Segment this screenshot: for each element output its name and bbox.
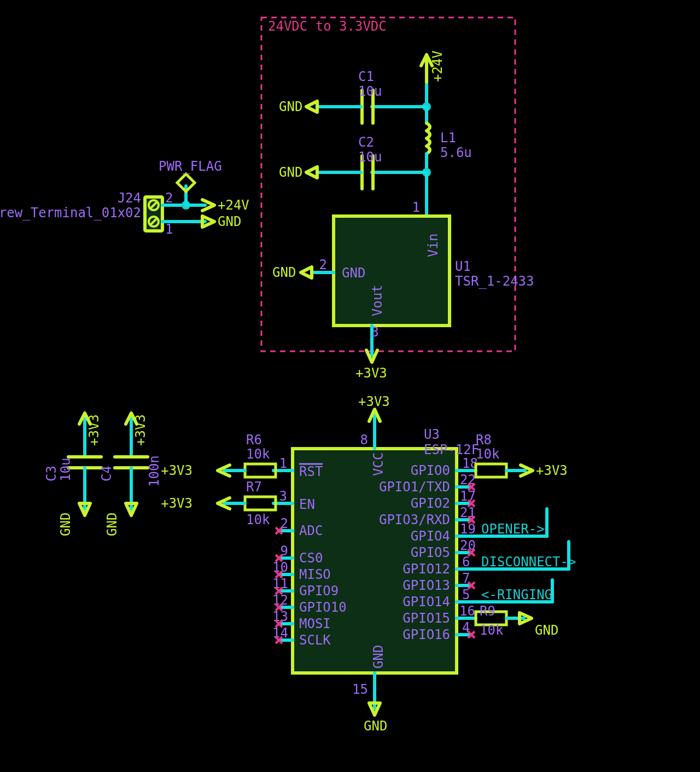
svg-text:GND: GND <box>342 265 365 281</box>
svg-text:GND: GND <box>218 214 241 229</box>
svg-text:16: 16 <box>459 603 475 619</box>
svg-text:6: 6 <box>462 554 470 570</box>
svg-text:GPIO0: GPIO0 <box>411 463 450 478</box>
svg-text:EN: EN <box>299 497 315 512</box>
conn-j24: J24 Screw_Terminal_01x02 2 +24V 1 GND PW… <box>0 159 249 237</box>
svg-text:10k: 10k <box>246 512 270 527</box>
svg-text:10u: 10u <box>358 84 382 99</box>
svg-text:GPIO13: GPIO13 <box>402 578 450 593</box>
svg-text:+3V3: +3V3 <box>133 414 148 446</box>
svg-text:+3V3: +3V3 <box>86 414 102 446</box>
svg-text:R8: R8 <box>476 432 492 448</box>
svg-text:2: 2 <box>319 257 327 272</box>
svg-text:15: 15 <box>352 682 368 697</box>
svg-text:GPIO14: GPIO14 <box>402 594 450 610</box>
ind-l1: L1 5.6u <box>422 107 472 177</box>
svg-text:U1: U1 <box>455 259 471 274</box>
svg-text:2: 2 <box>165 190 173 206</box>
svg-text:C1: C1 <box>358 69 374 84</box>
svg-text:10u: 10u <box>58 458 73 481</box>
decoupling-caps: +3V3 GND C3 10u +3V3 GND C4 100n <box>44 413 162 536</box>
svg-text:OPENER->: OPENER-> <box>481 521 545 537</box>
svg-text:L1: L1 <box>440 130 456 146</box>
svg-text:DISCONNECT->: DISCONNECT-> <box>481 554 576 570</box>
svg-text:GND: GND <box>371 645 386 669</box>
svg-text:TSR_1-2433: TSR_1-2433 <box>455 274 534 289</box>
svg-text:GPIO12: GPIO12 <box>402 561 450 577</box>
reg-u1: Vin Vout GND U1 TSR_1-2433 2 GND 3 +3V3 <box>272 216 534 381</box>
svg-text:SCLK: SCLK <box>299 632 331 648</box>
svg-text:GND: GND <box>535 623 558 638</box>
svg-text:+3V3: +3V3 <box>358 394 390 409</box>
section-title: 24VDC to 3.3VDC <box>268 19 387 34</box>
svg-text:10k: 10k <box>480 623 504 638</box>
svg-text:R7: R7 <box>246 479 262 495</box>
svg-text:GPIO1/TXD: GPIO1/TXD <box>379 479 450 495</box>
svg-text:GPIO10: GPIO10 <box>299 600 347 615</box>
svg-text:C4: C4 <box>99 466 114 481</box>
svg-text:<-RINGING: <-RINGING <box>481 587 552 602</box>
svg-text:GPIO9: GPIO9 <box>299 583 339 599</box>
cap-c1: GND C1 10u <box>279 69 431 123</box>
svg-text:GPIO3/RXD: GPIO3/RXD <box>379 512 450 527</box>
svg-text:MOSI: MOSI <box>299 616 331 631</box>
svg-text:GPIO2: GPIO2 <box>411 496 450 511</box>
svg-text:+24V: +24V <box>430 50 445 82</box>
svg-rect-93 <box>245 497 276 510</box>
svg-rect-85 <box>245 464 276 477</box>
svg-text:+3V3: +3V3 <box>536 463 568 478</box>
svg-text:+3V3: +3V3 <box>161 463 192 478</box>
svg-text:10k: 10k <box>476 446 500 462</box>
svg-text:1: 1 <box>412 200 420 215</box>
net-24v-top: +24V <box>421 50 445 85</box>
svg-text:5: 5 <box>462 587 470 602</box>
schematic: 24VDC to 3.3VDC +24V GND C1 10u L1 5.6u … <box>0 0 700 772</box>
svg-text:C2: C2 <box>358 135 374 150</box>
svg-text:ESP-12F: ESP-12F <box>424 442 479 457</box>
svg-text:5.6u: 5.6u <box>440 145 472 160</box>
svg-text:8: 8 <box>360 432 368 448</box>
svg-rect-136 <box>476 464 506 477</box>
svg-text:GND: GND <box>364 718 387 734</box>
svg-text:19: 19 <box>460 521 476 537</box>
svg-text:Vout: Vout <box>370 285 385 316</box>
svg-text:GND: GND <box>279 165 302 180</box>
svg-text:C3: C3 <box>44 466 59 481</box>
svg-text:J24: J24 <box>118 190 141 206</box>
svg-text:PWR_FLAG: PWR_FLAG <box>159 159 222 174</box>
svg-text:CS0: CS0 <box>299 550 323 566</box>
svg-text:R6: R6 <box>246 432 262 448</box>
svg-text:10k: 10k <box>246 446 270 462</box>
ic-u3: U3 ESP-12F +3V3 VCC 8 GND GND 15 1 RST +… <box>161 394 576 734</box>
svg-text:1: 1 <box>279 456 287 471</box>
svg-text:+24V: +24V <box>218 198 249 213</box>
svg-text:U3: U3 <box>424 427 440 442</box>
cap-c2: GND C2 10u <box>279 135 427 189</box>
svg-text:R9: R9 <box>480 603 495 619</box>
svg-text:GPIO4: GPIO4 <box>411 529 450 544</box>
svg-text:+3V3: +3V3 <box>161 496 192 511</box>
svg-text:GND: GND <box>279 99 302 114</box>
svg-text:VCC: VCC <box>371 452 386 476</box>
svg-text:RST: RST <box>299 464 323 479</box>
svg-text:MISO: MISO <box>299 567 331 582</box>
svg-text:+3V3: +3V3 <box>355 365 387 381</box>
svg-text:GPIO16: GPIO16 <box>402 627 450 642</box>
svg-text:ADC: ADC <box>299 523 323 538</box>
svg-text:1: 1 <box>165 222 173 237</box>
svg-text:GPIO5: GPIO5 <box>411 545 450 560</box>
svg-text:Screw_Terminal_01x02: Screw_Terminal_01x02 <box>0 205 141 220</box>
svg-text:GND: GND <box>58 513 73 536</box>
svg-text:10u: 10u <box>358 149 382 165</box>
svg-text:Vin: Vin <box>425 234 441 257</box>
svg-text:3: 3 <box>371 324 379 340</box>
svg-text:GND: GND <box>272 265 296 280</box>
svg-text:GND: GND <box>104 513 120 536</box>
svg-text:GPIO15: GPIO15 <box>402 611 450 626</box>
svg-text:100n: 100n <box>147 455 162 487</box>
svg-text:3: 3 <box>279 489 287 504</box>
